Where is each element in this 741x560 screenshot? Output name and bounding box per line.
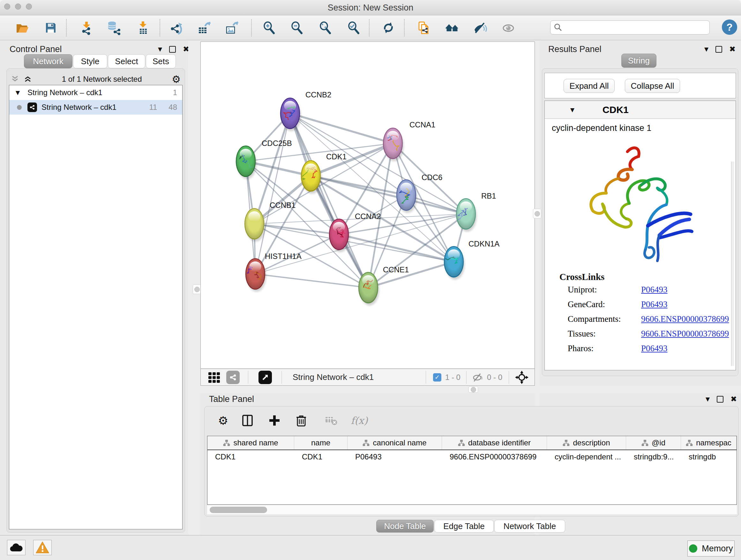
- graph-node-RB1[interactable]: [456, 199, 477, 232]
- tab-node-table[interactable]: Node Table: [376, 520, 434, 533]
- column-header-4[interactable]: database identifier: [442, 436, 547, 449]
- zoom-selected-button[interactable]: [346, 20, 361, 36]
- detach-view-icon[interactable]: [259, 371, 272, 384]
- hide-selected-button[interactable]: [472, 20, 488, 36]
- table-cell[interactable]: 9606.ENSP00000378699: [442, 450, 547, 463]
- graph-node-CCNA1[interactable]: [383, 128, 404, 161]
- table-cell[interactable]: CDK1: [294, 450, 347, 463]
- float-panel-icon[interactable]: ▼: [704, 46, 709, 52]
- undock-panel-icon[interactable]: [716, 46, 722, 53]
- zoom-fit-button[interactable]: [317, 20, 333, 36]
- network-canvas[interactable]: CCNB2CCNA1CDC25BCDK1CDC6RB1CCNB1CCNA2CDK…: [201, 42, 535, 368]
- tab-edge-table[interactable]: Edge Table: [434, 520, 494, 533]
- collapse-all-button[interactable]: Collapse All: [625, 79, 680, 93]
- bottom-splitter[interactable]: [200, 386, 741, 393]
- table-row[interactable]: CDK1CDK1P064939606.ENSP00000378699cyclin…: [207, 450, 737, 463]
- tab-network-table[interactable]: Network Table: [494, 520, 565, 533]
- tab-network[interactable]: Network: [24, 54, 72, 68]
- search-input[interactable]: [562, 23, 703, 32]
- tab-string[interactable]: String: [621, 54, 657, 68]
- results-scrollbar[interactable]: [731, 162, 734, 366]
- close-panel-icon[interactable]: ✖: [731, 395, 737, 403]
- network-view-icon[interactable]: [226, 371, 240, 384]
- table-cell[interactable]: CDK1: [207, 450, 294, 463]
- clone-network-icon: [416, 20, 431, 35]
- table-cell[interactable]: stringdb: [681, 450, 737, 463]
- column-header-1[interactable]: shared name: [207, 436, 294, 449]
- help-button[interactable]: ?: [722, 19, 737, 35]
- graph-node-CCNA2[interactable]: [329, 219, 350, 252]
- entry-expander-icon[interactable]: ▼: [570, 107, 575, 113]
- show-columns-icon[interactable]: [240, 413, 255, 428]
- network-options-gear-icon[interactable]: ⚙: [172, 73, 181, 85]
- crosslink-value-link[interactable]: 9606.ENSP00000378699: [641, 329, 729, 344]
- import-network-database-button[interactable]: [106, 20, 122, 36]
- tab-sets[interactable]: Sets: [146, 54, 176, 68]
- table-hscrollbar[interactable]: [207, 505, 737, 514]
- float-panel-icon[interactable]: ▼: [705, 396, 710, 402]
- crosslink-value-link[interactable]: P06493: [641, 300, 668, 314]
- column-header-5[interactable]: description: [547, 436, 626, 449]
- column-header-2[interactable]: name: [294, 436, 347, 449]
- table-options-gear-icon[interactable]: ⚙: [218, 414, 228, 427]
- bottom-splitter-handle[interactable]: [468, 386, 478, 393]
- expand-all-button[interactable]: Expand All: [563, 79, 615, 93]
- column-header-7[interactable]: namespac: [681, 436, 737, 449]
- crosslink-value-link[interactable]: P06493: [641, 285, 668, 300]
- graph-node-CCNE1[interactable]: [359, 272, 379, 306]
- network-status-dot: [17, 105, 22, 110]
- graph-node-CCNB2[interactable]: [280, 98, 301, 131]
- cloud-status-button[interactable]: [7, 540, 25, 555]
- graph-node-CCNB1[interactable]: [245, 208, 265, 242]
- eye-slash-icon: [473, 20, 487, 35]
- main-toolbar: ?: [0, 15, 741, 40]
- network-row-selected[interactable]: String Network – cdk1 11 48: [9, 100, 182, 115]
- export-image-button[interactable]: [224, 20, 240, 36]
- import-network-file-button[interactable]: [78, 20, 94, 36]
- zoom-out-button[interactable]: [289, 20, 305, 36]
- export-table-button[interactable]: [196, 20, 212, 36]
- network-collection-row[interactable]: ▼ String Network – cdk1 1: [9, 85, 182, 100]
- apply-layout-button[interactable]: [381, 20, 396, 36]
- left-splitter[interactable]: [188, 40, 200, 535]
- table-hscrollbar-thumb[interactable]: [210, 507, 267, 513]
- zoom-in-button[interactable]: [261, 20, 277, 36]
- graph-node-HIST1H1A[interactable]: [246, 259, 266, 292]
- save-session-button[interactable]: [43, 20, 59, 36]
- memory-button[interactable]: Memory: [687, 541, 735, 557]
- table-cell[interactable]: stringdb:9...: [626, 450, 681, 463]
- delete-column-icon[interactable]: [294, 413, 309, 428]
- tab-style[interactable]: Style: [73, 54, 107, 68]
- fit-content-crosshair-icon[interactable]: [515, 370, 529, 384]
- eye-icon: [501, 20, 516, 35]
- expand-all-icon[interactable]: [23, 75, 32, 83]
- add-column-icon[interactable]: [267, 413, 282, 428]
- column-header-6[interactable]: @id: [626, 436, 681, 449]
- clone-network-button[interactable]: [415, 20, 431, 36]
- crosslink-value-link[interactable]: P06493: [641, 344, 668, 358]
- warnings-button[interactable]: [33, 540, 52, 555]
- table-cell[interactable]: cyclin-dependent ...: [547, 450, 626, 463]
- left-splitter-handle[interactable]: [193, 285, 201, 294]
- open-session-button[interactable]: [14, 20, 30, 36]
- gene-entry-header[interactable]: ▼ CDK1: [545, 101, 736, 119]
- undock-panel-icon[interactable]: [169, 46, 176, 53]
- selected-checkbox-icon[interactable]: ✓: [433, 373, 441, 381]
- network-view[interactable]: CCNB2CCNA1CDC25BCDK1CDC6RB1CCNB1CCNA2CDK…: [200, 42, 535, 369]
- crosslink-value-link[interactable]: 9606.ENSP00000378699: [641, 314, 729, 329]
- tab-select[interactable]: Select: [108, 54, 145, 68]
- graph-node-CDC25B[interactable]: [236, 146, 257, 179]
- grid-view-icon[interactable]: [207, 370, 221, 384]
- collection-expander-icon[interactable]: ▼: [16, 89, 20, 96]
- float-panel-icon[interactable]: ▼: [158, 46, 162, 52]
- close-panel-icon[interactable]: ✖: [729, 45, 736, 54]
- show-hidden-button[interactable]: [500, 20, 516, 36]
- status-bar: Memory: [0, 535, 741, 560]
- table-cell[interactable]: P06493: [347, 450, 442, 463]
- collapse-all-icon[interactable]: [11, 75, 19, 83]
- show-all-networks-button[interactable]: [444, 20, 460, 36]
- column-header-3[interactable]: canonical name: [347, 436, 442, 449]
- import-table-button[interactable]: [135, 20, 151, 36]
- undock-panel-icon[interactable]: [717, 396, 724, 402]
- export-network-button[interactable]: [169, 20, 185, 36]
